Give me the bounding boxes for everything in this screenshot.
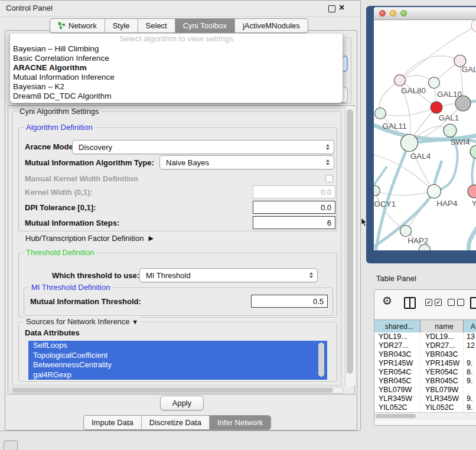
- algorithm-option[interactable]: Basic Correlation Inference: [10, 54, 343, 63]
- which-threshold-combo[interactable]: MI Threshold: [139, 268, 318, 282]
- algorithm-option[interactable]: Dream8 DC_TDC Algorithm: [10, 92, 343, 101]
- tab-infer-network[interactable]: Infer Network: [210, 416, 270, 429]
- cell: YPR145W: [374, 359, 420, 368]
- network-node-gal4[interactable]: [401, 135, 418, 152]
- scrollbar-thumb[interactable]: [376, 414, 416, 418]
- algorithm-option[interactable]: Bayesian – Hill Climbing: [10, 44, 343, 54]
- table-row[interactable]: YLR345W YLR345W 9.: [374, 394, 476, 403]
- cell: YER054C: [420, 368, 464, 377]
- sources-group: Sources for Network Inference ▼ Data Att…: [18, 322, 337, 382]
- algorithm-option[interactable]: Mutual Information Inference: [10, 73, 343, 82]
- tab-style[interactable]: Style: [105, 19, 138, 32]
- cell: 8.: [464, 368, 476, 377]
- algorithm-option-selected[interactable]: ARACNE Algorithm: [10, 63, 343, 73]
- tab-network[interactable]: Network: [50, 19, 105, 32]
- tab-cyni-toolbox[interactable]: Cyni Toolbox: [175, 19, 235, 32]
- dpi-tolerance-field[interactable]: 0.0: [253, 201, 335, 214]
- network-node-clipped-right[interactable]: [470, 145, 476, 158]
- float-window-icon[interactable]: [328, 5, 335, 12]
- network-node-gal80[interactable]: [395, 75, 406, 86]
- network-node-gcy1[interactable]: [374, 186, 380, 196]
- cell: YDR27...: [374, 341, 420, 350]
- list-item[interactable]: SelfLoops: [28, 341, 327, 351]
- minimize-traffic-light[interactable]: [390, 10, 396, 17]
- mouse-cursor: [361, 218, 368, 229]
- cell: 13: [464, 332, 476, 341]
- network-node-hap4[interactable]: [428, 185, 441, 198]
- network-canvas[interactable]: GAL GAL80 GAL10 GAL1 GAL11 SWI4 GAL4 GCY…: [374, 20, 476, 250]
- tab-select[interactable]: Select: [138, 19, 175, 32]
- aracne-mode-combo[interactable]: Discovery: [72, 140, 334, 154]
- table-row[interactable]: YIL052C YIL052C 9.: [374, 403, 476, 412]
- network-node-hap2[interactable]: [400, 226, 412, 237]
- manual-kernel-checkbox[interactable]: [325, 175, 333, 182]
- collapsed-panel-stub-button[interactable]: [4, 441, 18, 450]
- group-title: MI Threshold Definition: [29, 283, 112, 292]
- deselect-all-columns-icon[interactable]: [448, 299, 464, 306]
- mi-threshold-label: Mutual Information Threshold:: [30, 297, 141, 306]
- list-item[interactable]: BetweennessCentrality: [28, 360, 327, 370]
- gear-icon[interactable]: ⚙: [382, 294, 392, 309]
- dpi-tolerance-label: DPI Tolerance [0,1]:: [25, 203, 96, 212]
- group-title: Cyni Algorithm Settings: [17, 107, 101, 116]
- mi-steps-field[interactable]: 6: [253, 216, 335, 229]
- list-scrollbar-thumb[interactable]: [318, 343, 324, 377]
- table-row[interactable]: YBR043C YBR043C: [374, 350, 476, 359]
- tab-discretize-data[interactable]: Discretize Data: [142, 416, 210, 429]
- table-row[interactable]: YDL19... YDL19... 13: [374, 332, 476, 341]
- network-node-y-clipped[interactable]: [468, 185, 476, 198]
- tab-label: Style: [113, 19, 130, 32]
- table-row[interactable]: YPR145W YPR145W 9.: [374, 359, 476, 368]
- column-layout-icon[interactable]: [404, 297, 416, 309]
- combo-arrows-icon: [309, 269, 313, 282]
- list-item[interactable]: gal4RGexp: [28, 370, 327, 380]
- hub-transcription-factor-toggle[interactable]: Hub/Transcription Factor Definition ▶: [25, 234, 154, 243]
- mi-threshold-definition-group: MI Threshold Definition Mutual Informati…: [24, 288, 333, 316]
- sources-toggle[interactable]: Sources for Network Inference ▼: [24, 317, 141, 326]
- close-traffic-light[interactable]: [379, 10, 386, 17]
- table-row[interactable]: YBL079W YBL079W: [374, 386, 476, 394]
- network-node-gal11[interactable]: [375, 108, 386, 119]
- tab-impute-data[interactable]: Impute Data: [84, 416, 142, 429]
- mi-type-value: Naive Bayes: [166, 158, 209, 167]
- network-node-swi4[interactable]: [444, 124, 457, 137]
- column-header-shared-name[interactable]: shared...: [374, 320, 420, 333]
- settings-vertical-scrollbar[interactable]: [345, 107, 355, 386]
- cell: YER054C: [374, 368, 420, 377]
- scrollbar-thumb[interactable]: [12, 388, 333, 393]
- mi-steps-value: 6: [327, 219, 331, 227]
- cell: YPR145W: [420, 359, 464, 368]
- algorithm-option[interactable]: Bayesian – K2: [10, 82, 343, 92]
- unchecked-checkbox-icon: [457, 299, 464, 306]
- cell: [464, 350, 476, 359]
- network-node-gal10[interactable]: [429, 77, 440, 89]
- network-node-clipped-top[interactable]: [471, 20, 476, 32]
- list-item[interactable]: TopologicalCoefficient: [28, 351, 327, 361]
- export-table-icon[interactable]: [470, 297, 476, 309]
- node-label: GAL10: [437, 90, 462, 99]
- cell: YBR043C: [374, 350, 420, 359]
- scrollbar-thumb[interactable]: [347, 109, 353, 374]
- algorithm-definition-group: Algorithm Definition Aracne Mode: Discov…: [18, 128, 337, 231]
- column-header-clipped[interactable]: A: [464, 320, 476, 333]
- table-row[interactable]: YDR27... YDR27... 12: [374, 341, 476, 350]
- kernel-width-field[interactable]: 0.0: [253, 185, 335, 198]
- network-node-gal1[interactable]: [431, 102, 442, 113]
- select-all-columns-icon[interactable]: ✓ ✓: [425, 299, 442, 306]
- settings-horizontal-scrollbar[interactable]: [9, 387, 344, 394]
- apply-label: Apply: [172, 399, 192, 407]
- mi-type-combo[interactable]: Naive Bayes: [159, 155, 334, 169]
- zoom-traffic-light[interactable]: [400, 10, 407, 17]
- column-header-name[interactable]: name: [420, 320, 464, 333]
- mi-threshold-value: 0.5: [313, 297, 324, 306]
- apply-button[interactable]: Apply: [160, 396, 204, 410]
- mi-threshold-field[interactable]: 0.5: [251, 295, 328, 308]
- table-row[interactable]: YBR045C YBR045C 9.: [374, 377, 476, 386]
- close-icon[interactable]: ×: [339, 2, 344, 14]
- table-row[interactable]: YER054C YER054C 8.: [374, 368, 476, 377]
- network-view-window: GAL GAL80 GAL10 GAL1 GAL11 SWI4 GAL4 GCY…: [366, 6, 476, 263]
- network-window-titlebar[interactable]: [374, 7, 476, 20]
- tab-jactivemnodules[interactable]: jActiveMNodules: [235, 19, 308, 32]
- table-horizontal-scrollbar[interactable]: [374, 412, 476, 420]
- cell: YIL052C: [420, 403, 464, 412]
